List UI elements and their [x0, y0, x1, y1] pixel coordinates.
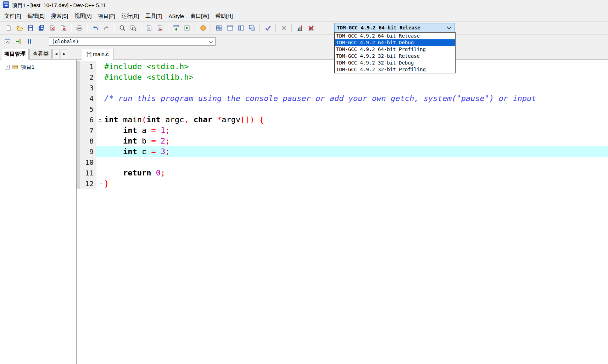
project-icon [12, 63, 19, 71]
print-button[interactable] [74, 23, 85, 33]
sidebar-tab-class-view[interactable]: 查看类 [29, 49, 52, 59]
menu-item[interactable]: AStyle [166, 12, 187, 21]
tree-item-project[interactable]: +项目1 [0, 63, 76, 71]
run-button[interactable] [182, 23, 193, 33]
profile-button[interactable] [294, 23, 305, 33]
compiler-option[interactable]: TDM-GCC 4.9.2 32-bit Release [335, 53, 455, 60]
code-editor[interactable]: 1#include <stdio.h>2#include <stdlib.h>3… [77, 60, 608, 364]
save-button[interactable] [25, 23, 36, 33]
code-line[interactable]: 8 int b = 2; [77, 136, 608, 146]
menu-item[interactable]: 项目[P] [95, 11, 118, 21]
menu-item[interactable]: 运行[R] [118, 11, 142, 21]
code-text[interactable]: return 0; [104, 168, 165, 178]
remove-file-button[interactable] [155, 23, 166, 33]
profile-delete-icon [307, 24, 314, 32]
editor-tab-label: [*] main.c [87, 51, 109, 57]
menu-item[interactable]: 帮助[H] [212, 11, 236, 21]
fold-collapse-icon[interactable] [98, 118, 102, 122]
sidebar-tab-project-manager[interactable]: 项目管理 [1, 49, 29, 60]
code-line[interactable]: 12} [77, 178, 608, 189]
profile-delete-button[interactable] [305, 23, 316, 33]
panel-grid-button[interactable] [213, 23, 224, 33]
code-text[interactable]: int c = 3; [104, 146, 170, 157]
menu-item[interactable]: 搜索[S] [48, 11, 71, 21]
code-text[interactable]: } [104, 178, 109, 189]
fold-column [96, 72, 104, 83]
code-line[interactable]: 3 [77, 83, 608, 93]
line-number[interactable]: 8 [80, 136, 96, 146]
pause-button[interactable] [24, 37, 35, 47]
line-number[interactable]: 11 [80, 168, 96, 178]
tab-scroll-left-button[interactable]: ◀ [52, 50, 60, 58]
gutter: 4 [77, 93, 96, 104]
close-button[interactable] [47, 23, 58, 33]
compile-button[interactable] [171, 23, 182, 33]
menu-item[interactable]: 文件[F] [1, 11, 24, 21]
globals-combo[interactable]: (globals) [49, 37, 216, 46]
line-number[interactable]: 9 [80, 146, 96, 157]
line-number[interactable]: 12 [80, 178, 96, 189]
tab-scroll-right-button[interactable]: ▶ [61, 50, 68, 58]
undo-button[interactable] [90, 23, 101, 33]
compiler-option[interactable]: TDM-GCC 4.9.2 64-bit Release [335, 33, 455, 39]
redo-button[interactable] [101, 23, 112, 33]
editor-tabs: [*] main.c [82, 49, 113, 59]
code-line[interactable]: 10 [77, 157, 608, 168]
line-number[interactable]: 1 [80, 61, 96, 72]
find-button[interactable] [117, 23, 128, 33]
compiler-option[interactable]: TDM-GCC 4.9.2 64-bit Profiling [335, 46, 455, 53]
code-text[interactable]: int b = 2; [104, 136, 170, 146]
step-into-button[interactable] [13, 37, 24, 47]
new-file-button[interactable] [3, 23, 14, 33]
line-number[interactable]: 7 [80, 125, 96, 136]
tab-main-c[interactable]: [*] main.c [82, 49, 113, 60]
line-number[interactable]: 3 [80, 83, 96, 93]
line-number[interactable]: 6 [80, 114, 96, 125]
code-line[interactable]: 9 int c = 3; [77, 146, 608, 157]
code-text[interactable]: #include <stdio.h> [104, 61, 189, 72]
code-text[interactable]: int a = 1; [104, 125, 170, 136]
code-text[interactable]: #include <stdlib.h> [104, 72, 194, 83]
code-line[interactable]: 4/* run this program using the console p… [77, 93, 608, 104]
tree-item-label: 项目1 [21, 64, 34, 71]
code-line[interactable]: 7 int a = 1; [77, 125, 608, 136]
compiler-combo[interactable]: TDM-GCC 4.9.2 64-bit Release [334, 23, 455, 32]
window-toggle-button[interactable] [2, 37, 13, 47]
save-all-button[interactable] [36, 23, 47, 33]
gutter-strip [77, 178, 80, 189]
code-line[interactable]: 5 [77, 104, 608, 114]
compiler-option[interactable]: TDM-GCC 4.9.2 32-bit Debug [335, 60, 455, 66]
code-line[interactable]: 11 return 0; [77, 168, 608, 178]
find-in-files-button[interactable] [128, 23, 139, 33]
line-number[interactable]: 2 [80, 72, 96, 83]
line-number[interactable]: 4 [80, 93, 96, 104]
menu-item[interactable]: 视图[V] [71, 11, 95, 21]
panel-single-button[interactable] [224, 23, 235, 33]
gutter-strip [77, 157, 80, 168]
compile-run-button[interactable] [197, 23, 208, 33]
menu-item[interactable]: 窗口[W] [187, 11, 212, 21]
add-file-button[interactable] [144, 23, 155, 33]
menu-item[interactable]: 工具[T] [142, 11, 166, 21]
panel-split-button[interactable] [235, 23, 246, 33]
compiler-option[interactable]: TDM-GCC 4.9.2 32-bit Profiling [335, 66, 455, 73]
open-button[interactable] [14, 23, 25, 33]
abort-button[interactable] [278, 23, 289, 33]
window-toggle-icon [4, 38, 11, 45]
syntax-check-button[interactable] [262, 23, 273, 33]
code-text[interactable]: int main(int argc, char *argv[]) { [104, 114, 264, 125]
line-number[interactable]: 10 [80, 157, 96, 168]
code-text[interactable]: /* run this program using the console pa… [104, 93, 536, 104]
toolbar-group [169, 23, 194, 33]
toolbar-separator [114, 24, 115, 32]
line-number[interactable]: 5 [80, 104, 96, 114]
code-line[interactable]: 6int main(int argc, char *argv[]) { [77, 114, 608, 125]
panel-cascade-button[interactable] [246, 23, 257, 33]
code-line[interactable]: 2#include <stdlib.h> [77, 72, 608, 83]
close-all-button[interactable] [58, 23, 69, 33]
tree-expand-icon[interactable]: + [5, 65, 10, 69]
gutter-strip [77, 114, 80, 125]
menu-item[interactable]: 编辑[E] [24, 11, 48, 21]
fold-column[interactable] [96, 114, 104, 125]
compiler-option[interactable]: TDM-GCC 4.9.2 64-bit Debug [335, 39, 455, 46]
